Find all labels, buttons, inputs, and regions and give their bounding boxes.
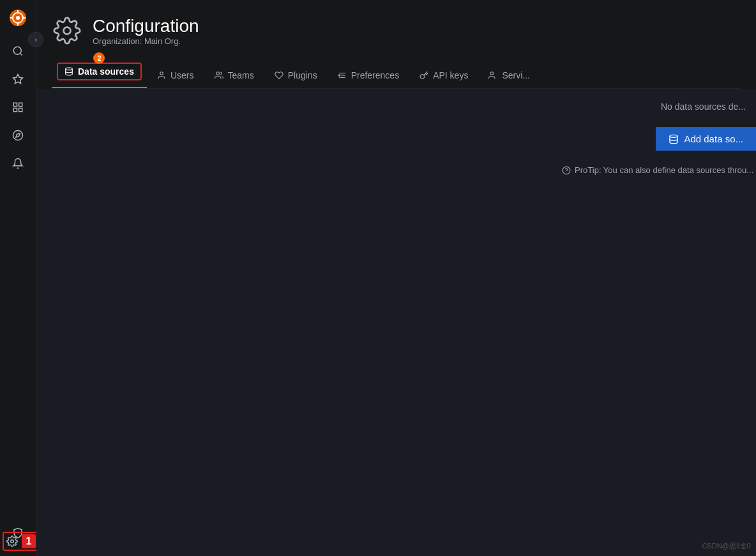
- tab-label-preferences: Preferences: [351, 70, 399, 80]
- sidebar: ›: [0, 0, 36, 556]
- svg-point-19: [160, 72, 163, 75]
- svg-point-17: [64, 27, 71, 34]
- tab-label-users: Users: [170, 70, 194, 80]
- main-content: Configuration Organization: Main Org. 2: [36, 0, 756, 556]
- sidebar-item-starred[interactable]: [5, 66, 31, 92]
- tab-teams[interactable]: Teams: [204, 64, 264, 88]
- teams-icon: [215, 71, 223, 80]
- preferences-icon: [338, 71, 347, 80]
- svg-point-25: [490, 72, 494, 75]
- svg-point-16: [11, 540, 14, 543]
- user-icon: [157, 71, 166, 80]
- svg-rect-11: [19, 103, 22, 106]
- svg-point-20: [216, 72, 219, 75]
- tab-label-teams: Teams: [228, 70, 254, 80]
- tab-data-sources[interactable]: 2 Data sources: [52, 56, 147, 88]
- sidebar-nav-items: [5, 38, 31, 520]
- key-icon: [420, 71, 428, 80]
- page-header: Configuration Organization: Main Org. 2: [36, 0, 756, 89]
- sidebar-bottom: 1: [5, 520, 31, 546]
- sidebar-item-dashboards[interactable]: [5, 94, 31, 120]
- svg-marker-15: [16, 133, 20, 137]
- database-icon: [64, 67, 73, 76]
- sidebar-item-explore[interactable]: [5, 123, 31, 148]
- protip-message: ProTip: You can also define data sources…: [562, 165, 756, 175]
- config-icon: [6, 536, 18, 547]
- chevron-right-icon: ›: [34, 36, 37, 43]
- tab-plugins[interactable]: Plugins: [264, 64, 328, 88]
- page-title: Configuration: [93, 16, 199, 36]
- tab-preferences[interactable]: Preferences: [328, 64, 409, 88]
- svg-line-8: [20, 53, 22, 55]
- add-data-source-button[interactable]: Add data so...: [656, 127, 756, 151]
- service-icon: [488, 71, 497, 80]
- svg-point-7: [13, 47, 21, 54]
- tab-service-accounts[interactable]: Servi...: [478, 64, 540, 88]
- sidebar-item-configuration-box[interactable]: 1: [3, 532, 40, 551]
- tab-label-api-keys: API keys: [433, 70, 468, 80]
- sidebar-item-alerting[interactable]: [5, 151, 31, 176]
- svg-marker-9: [13, 75, 23, 84]
- add-data-source-label: Add data so...: [684, 133, 743, 144]
- configuration-page-icon: [52, 15, 82, 46]
- plugins-icon: [275, 71, 284, 80]
- step1-badge: 1: [22, 534, 36, 548]
- sidebar-toggle[interactable]: ›: [28, 32, 43, 47]
- tab-label-service-accounts: Servi...: [502, 70, 530, 80]
- sidebar-item-search[interactable]: [5, 38, 31, 64]
- content-area: No data sources de... Add data so... Pro…: [36, 89, 756, 556]
- svg-point-24: [338, 75, 340, 76]
- tab-users[interactable]: Users: [147, 64, 204, 88]
- header-text-block: Configuration Organization: Main Org.: [93, 16, 199, 46]
- svg-point-26: [670, 135, 677, 137]
- tab-label-data-sources: Data sources: [78, 66, 134, 77]
- no-data-message: No data sources de...: [661, 101, 756, 112]
- svg-rect-12: [13, 109, 17, 112]
- svg-point-14: [13, 131, 23, 140]
- page-subtitle: Organization: Main Org.: [93, 36, 199, 46]
- step2-badge: 2: [93, 52, 105, 64]
- svg-point-2: [16, 16, 20, 20]
- svg-rect-13: [19, 109, 22, 112]
- tab-api-keys[interactable]: API keys: [409, 64, 478, 88]
- svg-rect-10: [13, 103, 17, 106]
- svg-point-18: [66, 68, 73, 70]
- configuration-tabs: 2 Data sources: [52, 56, 741, 89]
- tab-label-plugins: Plugins: [288, 70, 317, 80]
- grafana-logo[interactable]: [5, 5, 31, 31]
- protip-text: ProTip: You can also define data sources…: [575, 165, 753, 175]
- watermark: CSDN@思1念0: [702, 541, 751, 551]
